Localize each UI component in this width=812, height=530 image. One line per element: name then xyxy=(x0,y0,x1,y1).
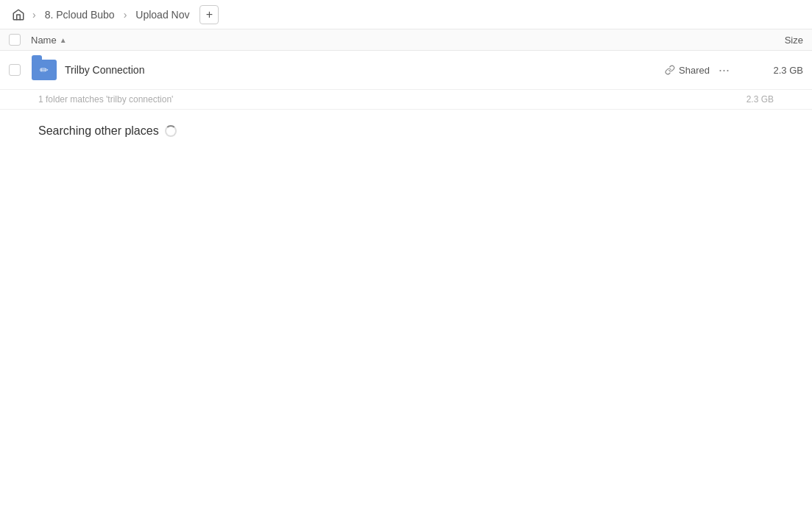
add-button[interactable]: + xyxy=(200,5,219,24)
file-checkbox-col xyxy=(9,64,31,76)
file-row[interactable]: ✏ Trilby Connection Shared ··· 2.3 GB xyxy=(0,51,812,90)
column-headers: Name ▲ Size xyxy=(0,29,812,51)
size-column-header[interactable]: Size xyxy=(744,35,803,46)
select-all-checkbox[interactable] xyxy=(9,34,21,46)
pencil-icon: ✏ xyxy=(40,64,49,76)
searching-label: Searching other places xyxy=(38,124,159,138)
header-checkbox-col xyxy=(9,34,31,46)
file-checkbox[interactable] xyxy=(9,64,21,76)
shared-badge: Shared xyxy=(665,65,710,76)
shared-label: Shared xyxy=(679,65,710,76)
match-info-text: 1 folder matches 'trilby connection' xyxy=(38,94,173,105)
file-size: 2.3 GB xyxy=(744,65,803,76)
breadcrumb-separator-2: › xyxy=(122,9,129,21)
home-button[interactable] xyxy=(9,5,28,24)
breadcrumb-bar: › 8. Pcloud Bubo › Upload Nov + xyxy=(0,0,812,29)
breadcrumb-item-upload[interactable]: Upload Nov xyxy=(131,6,194,24)
match-info-row: 1 folder matches 'trilby connection' 2.3… xyxy=(0,90,812,110)
more-options-button[interactable]: ··· xyxy=(716,61,732,80)
searching-section: Searching other places xyxy=(0,110,812,152)
searching-spinner xyxy=(165,125,177,137)
home-icon xyxy=(12,8,25,21)
match-info-size: 2.3 GB xyxy=(746,94,774,105)
link-icon xyxy=(665,65,675,75)
breadcrumb-separator-1: › xyxy=(31,9,38,21)
file-name: Trilby Connection xyxy=(65,64,665,76)
sort-arrow-icon: ▲ xyxy=(60,36,67,44)
folder-icon: ✏ xyxy=(32,60,57,80)
file-actions: Shared ··· xyxy=(665,61,732,80)
breadcrumb-item-pcloud[interactable]: 8. Pcloud Bubo xyxy=(40,6,119,24)
file-icon-wrap: ✏ xyxy=(31,57,57,83)
name-column-label: Name xyxy=(31,35,57,46)
name-column-header[interactable]: Name ▲ xyxy=(31,35,744,46)
